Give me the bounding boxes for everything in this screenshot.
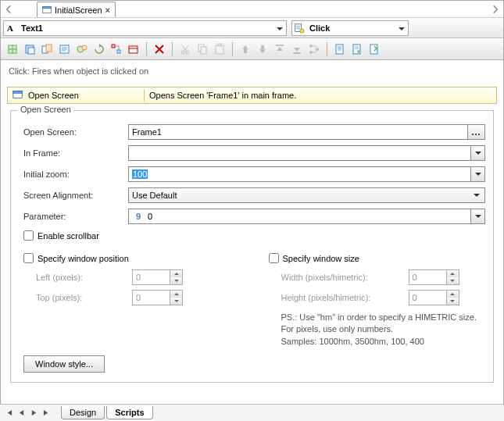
- toolbar: [1, 38, 503, 60]
- svg-rect-29: [336, 45, 343, 54]
- chevron-down-icon[interactable]: [471, 209, 485, 224]
- toolbar-separator: [172, 42, 173, 56]
- delete-icon[interactable]: [152, 41, 167, 57]
- tool-btn-3[interactable]: [40, 41, 55, 57]
- last-icon[interactable]: [41, 408, 52, 419]
- svg-point-31: [357, 50, 360, 53]
- event-selector[interactable]: Click: [291, 20, 409, 36]
- copy-icon: [195, 41, 210, 57]
- specify-size-label: Specify window size: [283, 254, 359, 263]
- specify-position-checkbox[interactable]: [23, 253, 34, 263]
- move-bottom-icon: [289, 41, 305, 57]
- hint-line-3: Samples: 1000hm, 3500hm, 100, 400: [281, 336, 486, 348]
- in-frame-input[interactable]: [128, 145, 471, 161]
- specify-position-label: Specify window position: [38, 254, 129, 263]
- spinner-up-icon[interactable]: [447, 291, 459, 298]
- specify-size-checkbox[interactable]: [269, 253, 279, 263]
- screen-alignment-label: Screen Alignment:: [19, 191, 128, 200]
- doc-tool-1[interactable]: [332, 41, 348, 57]
- spinner-down-icon[interactable]: [447, 298, 459, 305]
- tool-btn-8[interactable]: [126, 41, 141, 57]
- event-description: Click: Fires when object is clicked on: [1, 60, 503, 82]
- initial-zoom-input[interactable]: 100: [128, 166, 471, 182]
- parameter-input[interactable]: 9 0: [128, 209, 471, 224]
- open-screen-label: Open Screen:: [19, 127, 128, 137]
- svg-rect-9: [46, 45, 52, 52]
- tool-btn-4[interactable]: [57, 41, 73, 57]
- object-event-bar: A Text1 Click: [1, 18, 503, 38]
- height-value: 0: [409, 290, 447, 305]
- doc-tabs-next-icon[interactable]: [491, 5, 500, 14]
- action-description: Opens Screen 'Frame1' in main frame.: [145, 91, 496, 100]
- parameter-value: 0: [148, 212, 152, 221]
- svg-point-4: [300, 28, 304, 32]
- spinner-down-icon[interactable]: [447, 277, 459, 284]
- height-label: Height (pixels/himetric):: [281, 293, 402, 302]
- tab-scripts[interactable]: Scripts: [106, 406, 152, 419]
- document-tab-initialscreen[interactable]: InitialScreen ×: [37, 2, 116, 17]
- fieldset-title: Open Screen: [17, 105, 74, 114]
- width-spinner[interactable]: 0: [409, 269, 459, 285]
- doc-tabs-prev-icon[interactable]: [4, 5, 13, 14]
- svg-rect-24: [276, 45, 284, 46]
- doc-tool-3[interactable]: [366, 41, 382, 57]
- left-spinner[interactable]: 0: [132, 269, 183, 285]
- spinner-up-icon[interactable]: [170, 291, 182, 298]
- svg-rect-19: [201, 47, 206, 54]
- svg-rect-23: [261, 45, 264, 49]
- top-value: 0: [132, 290, 170, 305]
- action-row[interactable]: Open Screen Opens Screen 'Frame1' in mai…: [7, 87, 497, 104]
- move-top-icon: [272, 41, 288, 57]
- svg-rect-13: [112, 45, 115, 48]
- window-style-button[interactable]: Window style...: [23, 355, 105, 373]
- tool-btn-5[interactable]: [74, 41, 90, 57]
- number-type-icon: 9: [132, 212, 145, 221]
- svg-rect-22: [244, 49, 247, 53]
- open-screen-input[interactable]: Frame1: [128, 124, 468, 140]
- enable-scrollbar-label: Enable scrollbar: [38, 231, 99, 241]
- doc-tool-2[interactable]: [349, 41, 365, 57]
- open-screen-icon: [13, 89, 23, 102]
- event-selector-value: Click: [306, 23, 395, 33]
- object-selector[interactable]: A Text1: [3, 20, 287, 36]
- prev-icon[interactable]: [16, 408, 27, 419]
- top-label: Top (pixels):: [36, 293, 126, 302]
- height-spinner[interactable]: 0: [409, 290, 459, 305]
- paste-icon: [212, 41, 227, 57]
- browse-button[interactable]: ...: [468, 124, 485, 140]
- tool-btn-1[interactable]: [5, 41, 21, 57]
- chevron-down-icon[interactable]: [471, 166, 485, 182]
- tab-design[interactable]: Design: [61, 406, 105, 419]
- top-spinner[interactable]: 0: [132, 290, 183, 305]
- chevron-down-icon[interactable]: [273, 23, 286, 33]
- spinner-down-icon[interactable]: [170, 298, 182, 305]
- chevron-down-icon[interactable]: [471, 145, 485, 161]
- chevron-down-icon[interactable]: [395, 23, 408, 33]
- parameter-label: Parameter:: [19, 212, 128, 221]
- svg-rect-7: [28, 48, 34, 54]
- next-icon[interactable]: [28, 408, 39, 419]
- svg-rect-14: [117, 50, 120, 53]
- tool-btn-2[interactable]: [23, 41, 38, 57]
- width-label: Width (pixels/himetric):: [281, 273, 402, 282]
- screen-alignment-select[interactable]: Use Default: [128, 187, 485, 203]
- enable-scrollbar-checkbox[interactable]: [23, 230, 34, 241]
- tool-btn-7[interactable]: [109, 41, 124, 57]
- tree-tool-icon: [306, 41, 322, 57]
- svg-point-12: [82, 45, 87, 50]
- close-icon[interactable]: ×: [105, 5, 110, 15]
- spinner-up-icon[interactable]: [447, 270, 459, 277]
- first-icon[interactable]: [3, 408, 14, 419]
- width-value: 0: [409, 269, 447, 285]
- svg-rect-34: [13, 91, 22, 94]
- spinner-down-icon[interactable]: [170, 277, 182, 284]
- in-frame-label: In Frame:: [19, 148, 128, 158]
- tool-btn-6[interactable]: [91, 41, 107, 57]
- spinner-up-icon[interactable]: [170, 270, 182, 277]
- object-selector-value: Text1: [18, 23, 273, 33]
- text-object-icon: A: [4, 23, 18, 34]
- hint-line-1: PS.: Use "hm" in order to specify a HIME…: [281, 312, 486, 323]
- screen-alignment-value: Use Default: [132, 191, 177, 200]
- document-tab-bar: InitialScreen ×: [1, 1, 503, 18]
- hint-line-2: For pixels, use only numbers.: [281, 323, 486, 335]
